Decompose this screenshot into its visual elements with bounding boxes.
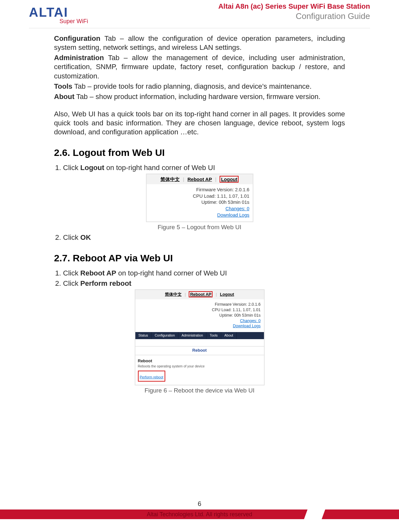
figure-6-caption: Figure 6 – Reboot the device via Web UI <box>54 387 345 394</box>
section-title-bar: Reboot <box>135 346 264 355</box>
doc-title: Altai A8n (ac) Series Super WiFi Base St… <box>218 2 370 21</box>
para-also: Also, Web UI has a quick tools bar on it… <box>54 110 345 137</box>
figure-5: 简体中文 | Reboot AP | Logout Firmware Versi… <box>54 174 345 231</box>
para-about: About Tab – show product information, in… <box>54 92 345 101</box>
page-content: Configuration Tab – allow the configurat… <box>0 28 399 394</box>
fw-row: Firmware Version: 2.0.1.6 <box>150 187 249 193</box>
footer-bar: Altai Technologies Ltd. All rights reser… <box>0 509 399 519</box>
step-2-6-1: Click Logout on top-right hand corner of… <box>63 163 345 172</box>
steps-2-7: Click Reboot AP on top-right hand corner… <box>63 269 345 288</box>
header-rule <box>29 28 370 28</box>
changes-link[interactable]: Changes: 0 <box>225 206 249 211</box>
perform-reboot-link[interactable]: Perform reboot <box>140 375 163 379</box>
lang-link[interactable]: 简体中文 <box>160 176 180 182</box>
status-info: Firmware Version: 2.0.1.6 CPU Load: 1.11… <box>135 299 264 332</box>
heading-2-7: 2.7. Reboot AP via Web UI <box>54 252 345 264</box>
logout-link[interactable]: Logout <box>220 292 234 297</box>
doc-title-line2: Configuration Guide <box>218 11 370 22</box>
step-2-6-2: Click OK <box>63 233 345 242</box>
para-configuration: Configuration Tab – allow the configurat… <box>54 34 345 52</box>
step-2-7-2: Click Perform reboot <box>63 279 345 288</box>
uptime-row: Uptime: 00h 53min 01s <box>139 313 261 318</box>
tab-configuration[interactable]: Configuration <box>151 332 178 339</box>
about-bold: About <box>54 93 75 101</box>
toolbar-sep: | <box>215 176 216 182</box>
download-logs-link[interactable]: Download Logs <box>217 212 249 218</box>
tab-about[interactable]: About <box>221 332 237 339</box>
cpu-row: CPU Load: 1.11, 1.07, 1.01 <box>150 193 249 200</box>
para-administration: Administration Tab – allow the managemen… <box>54 53 345 80</box>
reboot-ap-link[interactable]: Reboot AP <box>187 176 212 182</box>
about-text: Tab – show product information, includin… <box>75 93 321 101</box>
nav-tabs: Status Configuration Administration Tool… <box>135 332 264 339</box>
toolbar-sep: | <box>183 176 184 182</box>
page-number: 6 <box>0 500 399 508</box>
reboot-desc: Reboots the operating system of your dev… <box>138 364 261 368</box>
tools-bold: Tools <box>54 82 72 90</box>
reboot-screenshot: 简体中文 | Reboot AP | Logout Firmware Versi… <box>135 289 265 385</box>
status-info: Firmware Version: 2.0.1.6 CPU Load: 1.11… <box>147 184 253 221</box>
brand-logo: ALTAI Super WiFi <box>29 6 90 25</box>
reboot-ap-link[interactable]: Reboot AP <box>189 291 213 297</box>
tab-status[interactable]: Status <box>135 332 152 339</box>
uptime-row: Uptime: 00h 53min 01s <box>150 199 249 206</box>
lang-link[interactable]: 简体中文 <box>165 292 182 297</box>
figure-6: 简体中文 | Reboot AP | Logout Firmware Versi… <box>54 289 345 394</box>
heading-2-6: 2.6. Logout from Web UI <box>54 147 345 159</box>
tools-text: Tab – provide tools for radio planning, … <box>72 82 312 90</box>
config-bold: Configuration <box>54 34 100 42</box>
footer-copyright: Altai Technologies Ltd. All rights reser… <box>0 509 399 519</box>
steps-2-6: Click Logout on top-right hand corner of… <box>63 163 345 172</box>
fw-row: Firmware Version: 2.0.1.6 <box>139 302 261 307</box>
changes-link[interactable]: Changes: 0 <box>240 319 261 323</box>
quick-toolbar: 简体中文 | Reboot AP | Logout <box>135 290 264 299</box>
brand-name: ALTAI <box>29 6 90 19</box>
tab-tools[interactable]: Tools <box>206 332 221 339</box>
para-tools: Tools Tab – provide tools for radio plan… <box>54 82 345 91</box>
step-2-7-1: Click Reboot AP on top-right hand corner… <box>63 269 345 278</box>
perform-reboot-highlight: Perform reboot <box>138 371 165 382</box>
page-footer: 6 Altai Technologies Ltd. All rights res… <box>0 500 399 519</box>
quick-toolbar: 简体中文 | Reboot AP | Logout <box>147 174 253 184</box>
figure-5-caption: Figure 5 – Logout from Web UI <box>54 223 345 231</box>
tab-administration[interactable]: Administration <box>178 332 207 339</box>
reboot-heading: Reboot <box>138 358 261 364</box>
doc-title-line1: Altai A8n (ac) Series Super WiFi Base St… <box>218 2 370 11</box>
page-header: ALTAI Super WiFi Altai A8n (ac) Series S… <box>0 0 399 28</box>
toolbar-sep: | <box>216 292 217 297</box>
admin-bold: Administration <box>54 54 104 62</box>
reboot-panel: Reboot Reboots the operating system of y… <box>135 355 264 385</box>
download-logs-link[interactable]: Download Logs <box>233 324 260 328</box>
steps-2-6-cont: Click OK <box>63 233 345 242</box>
logout-link[interactable]: Logout <box>220 176 239 183</box>
logout-screenshot: 简体中文 | Reboot AP | Logout Firmware Versi… <box>146 174 253 222</box>
toolbar-sep: | <box>185 292 186 297</box>
cpu-row: CPU Load: 1.11, 1.07, 1.01 <box>139 307 261 313</box>
